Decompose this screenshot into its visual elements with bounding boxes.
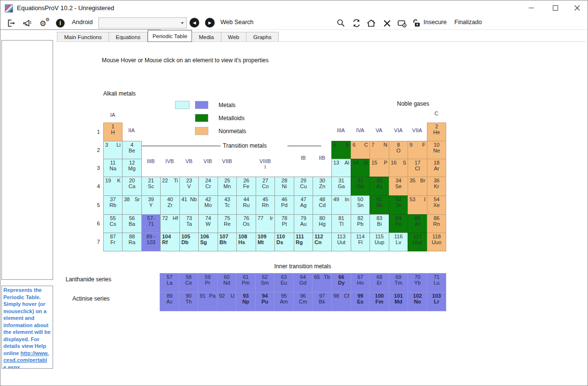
- element-cell-Rn[interactable]: 86Rn: [427, 214, 446, 233]
- element-cell-Mo[interactable]: 42Mo: [198, 195, 218, 215]
- element-cell-Ar[interactable]: 18Ar: [427, 159, 446, 177]
- element-cell-N[interactable]: 7N: [369, 141, 389, 159]
- element-cell-Cm[interactable]: 96Cm: [293, 292, 313, 311]
- element-cell-Np[interactable]: 93Np: [236, 292, 256, 311]
- android-combobox[interactable]: [98, 17, 187, 28]
- element-cell-Mg[interactable]: 12Mg: [122, 159, 142, 177]
- element-cell-Rf[interactable]: 104Rf: [160, 233, 180, 251]
- element-cell-F[interactable]: 9F: [408, 141, 427, 159]
- element-cell-He[interactable]: 2He: [427, 123, 446, 141]
- element-cell-Er[interactable]: 68Er: [369, 273, 389, 292]
- close-button[interactable]: [566, 0, 588, 15]
- new-window-button[interactable]: [396, 17, 408, 29]
- element-cell-Db[interactable]: 105Db: [179, 233, 199, 251]
- tab-graphs[interactable]: Graphs: [246, 32, 279, 42]
- element-cell-Lv[interactable]: 116Lv: [389, 233, 408, 251]
- element-cell-103[interactable]: 89 -103: [141, 233, 161, 251]
- element-cell-C[interactable]: 6C: [351, 141, 370, 159]
- element-cell-Y[interactable]: 39Y: [141, 195, 161, 215]
- element-cell-Cs[interactable]: 55Cs: [103, 214, 123, 233]
- element-cell-Ag[interactable]: 47Ag: [294, 195, 313, 215]
- element-cell-Au[interactable]: 79Au: [294, 214, 313, 233]
- element-cell-Nb[interactable]: 41Nb: [179, 195, 199, 215]
- element-cell-Cf[interactable]: 98Cf: [331, 292, 351, 311]
- element-cell-Pm[interactable]: 61Pm: [236, 273, 256, 292]
- element-cell-Pd[interactable]: 46Pd: [274, 195, 294, 215]
- element-cell-Al[interactable]: 13Al: [331, 159, 351, 177]
- element-cell-Tc[interactable]: 43Tc: [218, 195, 237, 215]
- element-cell-Se[interactable]: 34Se: [389, 177, 408, 196]
- element-cell-Es[interactable]: 99Es: [351, 292, 370, 311]
- element-cell-La[interactable]: 57La: [160, 273, 179, 292]
- search-button[interactable]: [335, 17, 347, 29]
- element-cell-Tb[interactable]: 65Tb: [312, 273, 332, 292]
- element-cell-In[interactable]: 49In: [331, 195, 351, 215]
- element-cell-Fr[interactable]: 87Fr: [103, 233, 123, 251]
- element-cell-Hf[interactable]: 72Hf: [160, 214, 180, 233]
- element-cell-Ir[interactable]: 77Ir: [256, 214, 275, 233]
- element-cell-Sb[interactable]: 51Sb: [369, 195, 389, 215]
- element-cell-Uut[interactable]: 113Uut: [331, 233, 351, 251]
- element-cell-Md[interactable]: 101Md: [389, 292, 408, 311]
- element-cell-Re[interactable]: 75Re: [218, 214, 237, 233]
- element-cell-At[interactable]: 85At: [408, 214, 427, 233]
- element-cell-Sc[interactable]: 21Sc: [141, 177, 161, 196]
- element-cell-V[interactable]: 23V: [179, 177, 199, 196]
- element-cell-Hs[interactable]: 108Hs: [236, 233, 256, 251]
- element-cell-Co[interactable]: 27Co: [256, 177, 275, 196]
- element-cell-Pt[interactable]: 78Pt: [274, 214, 294, 233]
- element-cell-Uup[interactable]: 115Uup: [369, 233, 389, 251]
- element-cell-Ga[interactable]: 31Ga: [331, 177, 351, 196]
- announce-button[interactable]: [21, 17, 33, 29]
- element-cell-Os[interactable]: 76Os: [236, 214, 256, 233]
- element-cell-Po[interactable]: 84Po: [389, 214, 408, 233]
- element-cell-P[interactable]: 15P: [369, 159, 389, 177]
- element-cell-Na[interactable]: 11Na: [103, 159, 123, 177]
- tab-equations[interactable]: Equations: [109, 32, 148, 42]
- element-cell-Fe[interactable]: 26Fe: [236, 177, 256, 196]
- element-cell-Bh[interactable]: 107Bh: [218, 233, 237, 251]
- element-cell-Be[interactable]: 4Be: [122, 141, 142, 159]
- home-button[interactable]: [365, 17, 377, 29]
- element-cell-Sn[interactable]: 50Sn: [351, 195, 370, 215]
- element-cell-Uus[interactable]: 117Uus: [408, 233, 427, 251]
- forward-button[interactable]: ▶: [205, 18, 215, 28]
- element-cell-Bi[interactable]: 83Bi: [369, 214, 389, 233]
- element-cell-Zn[interactable]: 30Zn: [313, 177, 332, 196]
- element-cell-Xe[interactable]: 54Xe: [427, 195, 446, 215]
- combobox-dropdown-button[interactable]: [178, 18, 186, 28]
- element-cell-Th[interactable]: 90Th: [179, 292, 198, 311]
- element-cell-W[interactable]: 74W: [198, 214, 218, 233]
- security-button[interactable]: [411, 17, 423, 29]
- element-cell-Pb[interactable]: 82Pb: [351, 214, 370, 233]
- element-cell-I[interactable]: 53I: [408, 195, 427, 215]
- element-cell-Gd[interactable]: 64Gd: [293, 273, 313, 292]
- element-cell-Cl[interactable]: 17Cl: [408, 159, 427, 177]
- element-cell-K[interactable]: 19K: [103, 177, 123, 196]
- element-cell-As[interactable]: 33As: [369, 177, 389, 196]
- element-cell-Bk[interactable]: 97Bk: [312, 292, 332, 311]
- refresh-button[interactable]: [351, 17, 362, 29]
- element-cell-Kr[interactable]: 36Kr: [427, 177, 446, 196]
- element-cell-U[interactable]: 92U: [217, 292, 236, 311]
- element-cell-H[interactable]: 1H: [103, 123, 123, 141]
- element-cell-Ta[interactable]: 73Ta: [179, 214, 199, 233]
- element-cell-Ds[interactable]: 110Ds: [274, 233, 294, 251]
- element-cell-Am[interactable]: 95Am: [274, 292, 294, 311]
- tab-web[interactable]: Web: [221, 32, 246, 42]
- element-cell-Mn[interactable]: 25Mn: [218, 177, 237, 196]
- element-cell-Eu[interactable]: 63Eu: [274, 273, 294, 292]
- element-cell-Ni[interactable]: 28Ni: [274, 177, 294, 196]
- element-cell-Tm[interactable]: 69Tm: [389, 273, 408, 292]
- element-cell-Hg[interactable]: 80Hg: [313, 214, 332, 233]
- element-cell-B[interactable]: 5B: [331, 141, 351, 159]
- element-cell-Br[interactable]: 35Br: [408, 177, 427, 196]
- element-cell-Ti[interactable]: 22Ti: [160, 177, 180, 196]
- element-cell-Dy[interactable]: 66Dy: [331, 273, 351, 292]
- element-cell-Ce[interactable]: 58Ce: [179, 273, 198, 292]
- element-cell-Yb[interactable]: 70Yb: [408, 273, 427, 292]
- element-cell-Li[interactable]: 3Li: [103, 141, 123, 159]
- element-cell-O[interactable]: 8O: [389, 141, 408, 159]
- stop-button[interactable]: [381, 17, 393, 29]
- element-cell-Si[interactable]: 14Si: [351, 159, 370, 177]
